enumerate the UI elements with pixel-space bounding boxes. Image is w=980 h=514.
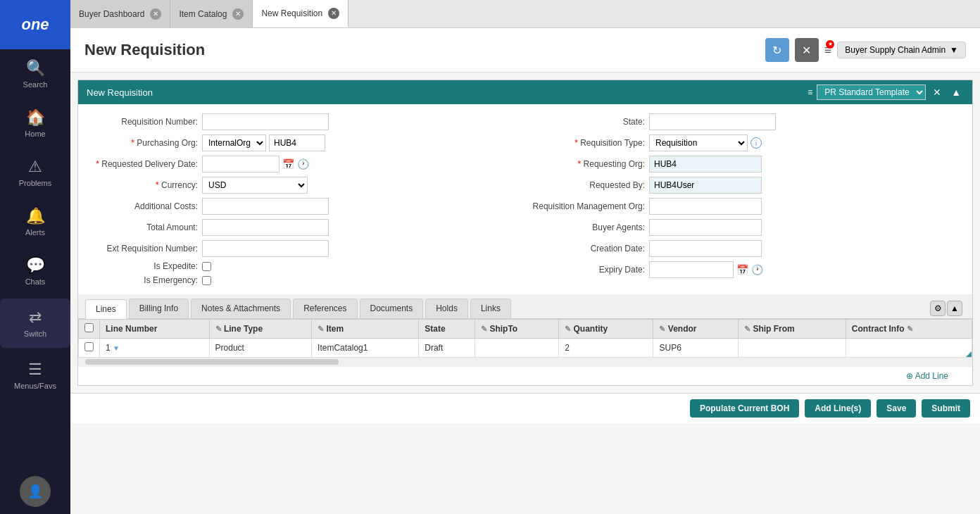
label-total-amount: Total Amount: [85,222,198,232]
grid-collapse-button[interactable]: ▲ [947,301,962,316]
input-additional-costs[interactable] [202,198,329,215]
tab-references[interactable]: References [293,299,357,318]
input-state[interactable] [649,113,776,130]
col-header-ship-from: ✎ Ship From [739,320,846,339]
section-close-button[interactable]: ✕ [930,87,944,98]
calendar-icon[interactable]: 📅 [282,158,294,170]
user-name: Buyer Supply Chain Admin [845,45,946,55]
input-requisition-mgmt-org[interactable] [649,198,762,215]
purchasing-org-group: InternalOrg [202,134,325,151]
col-label-ship-from: Ship From [753,324,794,334]
col-edit-icon-quantity[interactable]: ✎ [565,325,571,333]
tab-documents[interactable]: Documents [360,299,424,318]
input-purchasing-org-code[interactable] [269,134,325,151]
field-state: State: [532,111,965,132]
sidebar-item-chats[interactable]: 💬 Chats [0,246,70,296]
refresh-button[interactable]: ↻ [765,38,789,62]
input-requested-delivery-date[interactable] [202,156,279,173]
input-requesting-org[interactable] [649,156,762,173]
avatar-icon: 👤 [27,484,43,499]
currency-select[interactable]: USD [202,177,308,194]
tab-notes-attachments[interactable]: Notes & Attachments [191,299,291,318]
sidebar-item-menus[interactable]: ☰ Menus/Favs [0,351,70,400]
template-icon: ≡ [808,87,812,97]
input-total-amount[interactable] [202,219,329,236]
expiry-clock-icon[interactable]: 🕐 [751,264,763,275]
input-creation-date[interactable] [649,240,762,257]
sidebar-label-problems: Problems [19,179,51,187]
col-edit-icon-contract-info[interactable]: ✎ [907,325,913,333]
requisition-type-select[interactable]: Requisition [649,134,748,151]
label-is-emergency: Is Emergency: [85,275,198,285]
app-logo[interactable]: one [0,0,70,49]
tab-buyer-dashboard[interactable]: Buyer Dashboard ✕ [70,0,170,27]
col-select-all[interactable] [79,320,100,339]
tab-close-item-catalog[interactable]: ✕ [232,8,244,20]
cell-quantity: 2 [559,339,653,358]
checkbox-is-expedite[interactable] [202,262,211,271]
add-line-link[interactable]: ⊕ Add Line [88,371,962,381]
tab-close-buyer-dashboard[interactable]: ✕ [150,8,161,20]
add-lines-button[interactable]: Add Line(s) [805,399,871,418]
field-additional-costs: Additional Costs: [85,196,518,217]
tab-item-catalog[interactable]: Item Catalog ✕ [170,0,253,27]
label-requisition-type: Requisition Type: [532,138,645,148]
chat-icon: 💬 [26,256,45,275]
input-requisition-number[interactable] [202,113,329,130]
field-creation-date: Creation Date: [532,238,965,259]
input-buyer-agents[interactable] [649,219,762,236]
tab-billing-info[interactable]: Billing Info [129,299,189,318]
tab-links[interactable]: Links [470,299,511,318]
sidebar-item-home[interactable]: 🏠 Home [0,99,70,148]
tab-references-label: References [303,303,346,313]
grid-settings-button[interactable]: ⚙ [930,301,946,316]
section-collapse-button[interactable]: ▲ [948,87,964,98]
col-edit-icon-vendor[interactable]: ✎ [659,325,665,333]
row-checkbox-cell[interactable] [79,339,100,358]
user-avatar[interactable]: 👤 [20,476,51,507]
template-dropdown[interactable]: PR Standard Template [817,84,926,100]
user-dropdown[interactable]: Buyer Supply Chain Admin ▼ [837,42,966,58]
sidebar-item-switch[interactable]: ⇄ Switch [0,299,70,348]
clock-icon[interactable]: 🕐 [297,158,309,170]
form-area: New Requisition ≡ PR Standard Template ✕… [70,73,980,514]
col-edit-icon-line-type[interactable]: ✎ [215,325,222,333]
input-requested-by[interactable] [649,177,762,194]
tab-lines[interactable]: Lines [85,299,127,319]
horizontal-scrollbar[interactable] [78,358,972,366]
input-expiry-date[interactable] [649,261,734,278]
checkbox-is-emergency[interactable] [202,276,211,285]
sidebar-item-alerts[interactable]: 🔔 Alerts [0,197,70,246]
tab-label-item-catalog: Item Catalog [179,9,227,19]
cell-ship-to [475,339,559,358]
col-edit-icon-ship-from[interactable]: ✎ [744,325,750,333]
scrollbar-thumb[interactable] [85,359,339,365]
purchasing-org-select[interactable]: InternalOrg [202,134,266,151]
submit-button[interactable]: Submit [922,399,970,418]
tab-holds[interactable]: Holds [425,299,468,318]
inner-tabs: Lines Billing Info Notes & Attachments R… [78,294,972,319]
field-is-emergency: Is Emergency: [85,273,518,287]
select-all-checkbox[interactable] [84,323,94,332]
tab-close-new-requisition[interactable]: ✕ [328,8,339,19]
corner-indicator [966,351,972,357]
menu-button[interactable]: ≡ ★ [824,43,832,58]
col-label-line-number: Line Number [106,324,157,334]
input-ext-requisition-number[interactable] [202,240,329,257]
info-icon[interactable]: i [750,137,762,149]
sidebar: one 🔍 Search 🏠 Home ⚠ Problems 🔔 Alerts … [0,0,70,514]
close-button[interactable]: ✕ [795,38,819,62]
row-checkbox[interactable] [84,342,94,351]
cell-state: Draft [419,339,475,358]
populate-boh-button[interactable]: Populate Current BOH [690,399,799,418]
sidebar-item-problems[interactable]: ⚠ Problems [0,148,70,197]
expiry-calendar-icon[interactable]: 📅 [736,264,748,275]
col-edit-icon-ship-to[interactable]: ✎ [481,325,487,333]
save-button[interactable]: Save [877,399,916,418]
col-edit-icon-item[interactable]: ✎ [318,325,324,333]
col-label-state: State [425,324,445,334]
cell-line-type: Product [209,339,311,358]
sidebar-item-search[interactable]: 🔍 Search [0,49,70,99]
tab-new-requisition[interactable]: New Requisition ✕ [253,0,348,27]
expiry-date-group: 📅 🕐 [649,261,763,278]
